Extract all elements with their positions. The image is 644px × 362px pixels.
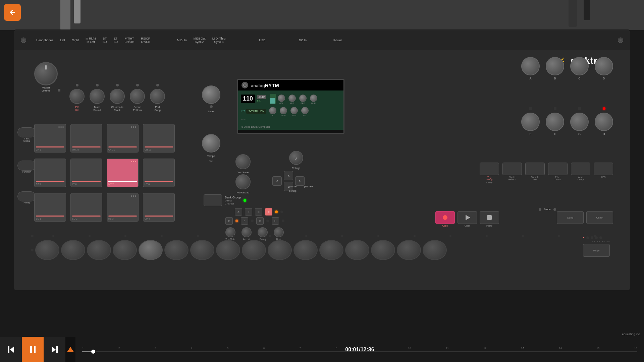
perf-knob-g[interactable] — [570, 113, 589, 131]
pad-ht8[interactable]: HT 8 — [143, 159, 175, 187]
timeline-bar[interactable] — [82, 351, 637, 352]
function-button[interactable] — [17, 161, 36, 171]
perf-knob-a[interactable] — [521, 57, 540, 75]
nav-left-button[interactable]: < — [272, 176, 282, 186]
mute-knob[interactable] — [90, 89, 105, 104]
perf-knob-b[interactable] — [546, 57, 564, 75]
record-button[interactable] — [435, 211, 455, 224]
param-rev-knob[interactable] — [280, 107, 287, 114]
param-del-knob[interactable] — [269, 107, 276, 114]
step-knob-6[interactable] — [164, 240, 189, 260]
pad-rs3[interactable]: RS 3 — [107, 193, 139, 222]
screen-logo-icon — [241, 82, 248, 88]
led-14 — [522, 235, 524, 237]
tempo-knob[interactable] — [202, 134, 220, 153]
pad-bt5[interactable]: BT 5 — [34, 159, 66, 187]
pad-lt6[interactable]: LT 6 — [70, 159, 102, 187]
step-knob-5[interactable] — [139, 240, 163, 260]
fx-knob[interactable] — [69, 89, 85, 104]
bank-d-active[interactable]: D — [265, 208, 272, 216]
nav-up-button[interactable]: ∧ — [284, 171, 293, 180]
step-knob-11[interactable] — [293, 240, 318, 260]
screen-row-kit: KIT 2-THRU EN DEL REV PAN — [241, 106, 341, 117]
timeline-track[interactable]: 1 2 3 4 5 6 7 8 9 10 11 12 13 14 15 16 — [82, 347, 637, 352]
pad-cy11[interactable]: CY 11 — [107, 124, 139, 153]
back-button[interactable] — [4, 4, 21, 21]
bank-e[interactable]: E — [225, 217, 233, 225]
step-knob-16[interactable] — [423, 240, 447, 260]
step-knob-4[interactable] — [113, 240, 137, 260]
stop-button[interactable] — [480, 211, 499, 224]
step-knob-14[interactable] — [371, 240, 395, 260]
retrig-button[interactable] — [17, 191, 36, 201]
bank-f[interactable]: F — [241, 217, 248, 225]
perf-knob-e[interactable] — [521, 113, 540, 131]
bank-direct-label: DirectChange — [225, 199, 241, 205]
step-knob-10[interactable] — [268, 240, 292, 260]
perf-knob-c[interactable] — [570, 57, 589, 75]
pad-oh10[interactable]: OH 10 — [70, 124, 102, 153]
bank-g[interactable]: G — [256, 217, 264, 225]
next-button[interactable] — [44, 337, 65, 362]
perf-knob-d[interactable] — [595, 57, 613, 75]
step-knob-2[interactable] — [61, 240, 85, 260]
scene-knob[interactable] — [130, 89, 145, 104]
timeline-markers: 1 2 3 4 5 6 7 8 9 10 11 12 13 14 15 16 — [82, 347, 637, 350]
pad-bd1[interactable]: BD 1 — [34, 193, 66, 222]
pad-ch9[interactable]: CH 9 — [34, 124, 66, 153]
synth-reverb-button[interactable] — [502, 163, 522, 175]
param-atk-knob[interactable] — [278, 95, 285, 102]
master-volume-knob[interactable] — [34, 62, 58, 85]
pad-sd2[interactable]: SD 2 — [70, 193, 102, 222]
param-dec-knob[interactable] — [299, 95, 307, 102]
bank-h[interactable]: H — [272, 217, 279, 225]
level-knob[interactable] — [202, 85, 220, 104]
play-button[interactable] — [458, 211, 477, 224]
pad-cp4[interactable]: CP 4 — [143, 193, 175, 222]
timeline[interactable]: 00:01/12:36 1 2 3 4 5 6 7 8 9 10 11 12 1… — [75, 337, 644, 362]
step-knob-8[interactable] — [216, 240, 240, 260]
step-knob-7[interactable] — [190, 240, 214, 260]
retrig-plus-button[interactable]: ∧ — [289, 151, 303, 165]
perf-knob-f[interactable] — [546, 113, 564, 131]
step-knob-12[interactable] — [319, 240, 343, 260]
timeline-thumb[interactable] — [91, 350, 95, 354]
screen-knob-params2: DEL REV PAN VOL — [269, 107, 309, 117]
step-knob-13[interactable] — [345, 240, 369, 260]
bank-b[interactable]: B — [245, 208, 252, 216]
power-knob[interactable] — [618, 38, 623, 43]
trig-delay-button[interactable] — [480, 163, 499, 175]
perf-knob-h[interactable] — [595, 113, 613, 131]
svg-rect-1 — [8, 346, 9, 353]
chromatic-knob[interactable] — [110, 89, 125, 104]
filter-comp-button[interactable] — [548, 163, 568, 175]
pad-mt7[interactable]: MT 7 — [107, 159, 139, 187]
track-global-button[interactable] — [17, 127, 36, 137]
yes-save-button[interactable] — [235, 154, 251, 169]
param-dur-knob[interactable] — [310, 95, 317, 102]
pad-cb12[interactable]: CB 12 — [143, 124, 175, 153]
param-hld-knob[interactable] — [288, 95, 296, 102]
amp-comp-button[interactable] — [571, 163, 590, 175]
led-11 — [414, 235, 416, 237]
song-button[interactable]: Song — [557, 211, 584, 224]
bank-a[interactable]: A — [235, 208, 242, 216]
step-knob-9[interactable] — [242, 240, 266, 260]
lfo-button[interactable] — [594, 163, 613, 175]
sample-dist-button[interactable] — [525, 163, 545, 175]
prev-button[interactable] — [0, 337, 22, 362]
step-knob-1[interactable] — [35, 240, 59, 260]
bank-group-button[interactable] — [204, 194, 222, 206]
perf-knob[interactable] — [150, 89, 165, 104]
beat-group: Beat — [274, 227, 284, 240]
param-vol-knob[interactable] — [301, 107, 309, 114]
step-knob-3[interactable] — [87, 240, 111, 260]
bank-c[interactable]: C — [255, 208, 262, 216]
param-pan-knob[interactable] — [290, 107, 298, 114]
pause-button[interactable] — [22, 337, 44, 362]
led-6 — [233, 235, 235, 237]
bank-g-led — [266, 220, 269, 222]
step-knob-15[interactable] — [397, 240, 421, 260]
chain-button[interactable]: Chain — [586, 211, 613, 224]
no-reload-button[interactable] — [235, 174, 251, 189]
